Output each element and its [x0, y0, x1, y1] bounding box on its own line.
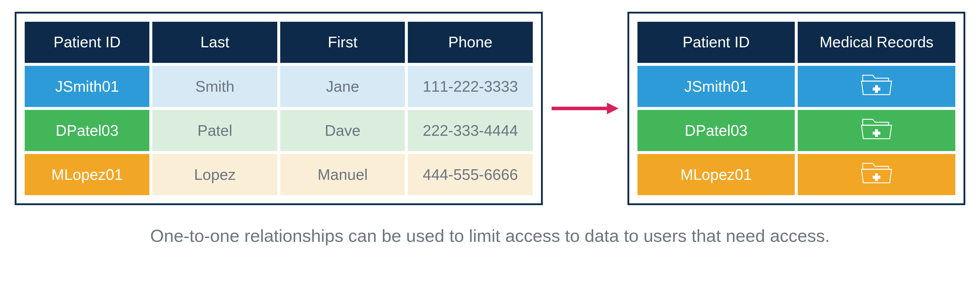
- cell-last: Smith: [152, 66, 277, 107]
- arrow-right-icon: [552, 101, 619, 116]
- records-header-medical-records: Medical Records: [798, 22, 955, 63]
- patients-table-card: Patient ID Last First Phone JSmith01 Smi…: [15, 12, 543, 205]
- medical-folder-icon: [860, 117, 892, 140]
- table-row: DPatel03 Patel Dave 222-333-4444: [25, 110, 533, 151]
- patients-table: Patient ID Last First Phone JSmith01 Smi…: [22, 19, 536, 198]
- records-table-card: Patient ID Medical Records JSmith01: [627, 12, 965, 205]
- table-row: MLopez01: [638, 154, 955, 195]
- cell-first: Manuel: [280, 154, 405, 195]
- cell-patient-id: JSmith01: [638, 66, 795, 107]
- table-row: JSmith01: [638, 66, 955, 107]
- cell-patient-id: DPatel03: [638, 110, 795, 151]
- patients-header-last: Last: [152, 22, 277, 63]
- cell-phone: 111-222-3333: [408, 66, 533, 107]
- cell-medical-records: [798, 154, 955, 195]
- patients-header-phone: Phone: [408, 22, 533, 63]
- svg-marker-1: [607, 103, 619, 114]
- cell-patient-id: DPatel03: [25, 110, 150, 151]
- cell-first: Dave: [280, 110, 405, 151]
- tables-row: Patient ID Last First Phone JSmith01 Smi…: [15, 12, 965, 205]
- diagram-canvas: Patient ID Last First Phone JSmith01 Smi…: [0, 0, 980, 283]
- patients-header-first: First: [280, 22, 405, 63]
- records-header-patient-id: Patient ID: [638, 22, 795, 63]
- cell-medical-records: [798, 110, 955, 151]
- cell-medical-records: [798, 66, 955, 107]
- diagram-caption: One-to-one relationships can be used to …: [15, 226, 965, 246]
- svg-rect-3: [873, 87, 880, 91]
- svg-rect-5: [873, 132, 880, 135]
- records-table: Patient ID Medical Records JSmith01: [635, 19, 958, 198]
- cell-last: Patel: [152, 110, 277, 151]
- patients-header-patient-id: Patient ID: [25, 22, 150, 63]
- cell-last: Lopez: [152, 154, 277, 195]
- cell-patient-id: MLopez01: [638, 154, 795, 195]
- cell-patient-id: JSmith01: [25, 66, 150, 107]
- table-row: MLopez01 Lopez Manuel 444-555-6666: [25, 154, 533, 195]
- svg-rect-7: [873, 176, 880, 179]
- medical-folder-icon: [860, 73, 892, 96]
- table-row: JSmith01 Smith Jane 111-222-3333: [25, 66, 533, 107]
- cell-first: Jane: [280, 66, 405, 107]
- cell-patient-id: MLopez01: [25, 154, 150, 195]
- medical-folder-icon: [860, 161, 892, 184]
- cell-phone: 222-333-4444: [408, 110, 533, 151]
- cell-phone: 444-555-6666: [408, 154, 533, 195]
- table-row: DPatel03: [638, 110, 955, 151]
